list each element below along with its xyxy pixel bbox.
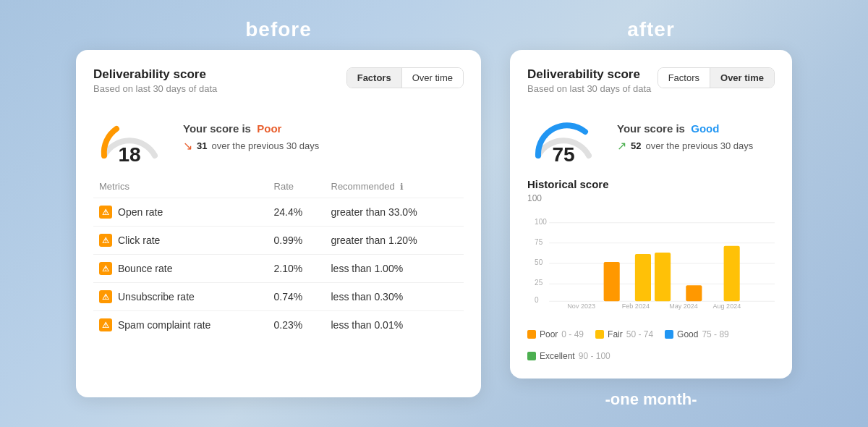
before-card-title: Deliverability score	[93, 67, 217, 82]
metric-row-1: ⚠ Click rate 0.99% greater than 1.20%	[93, 227, 464, 255]
before-factors-button[interactable]: Factors	[347, 68, 402, 88]
col-metrics-header: Metrics	[93, 178, 268, 198]
before-score-label-text: Your score is	[183, 122, 251, 135]
after-btn-group: Factors Over time	[658, 67, 775, 88]
before-card: Deliverability score Based on last 30 da…	[76, 50, 481, 397]
bar-jun2024	[635, 254, 651, 301]
after-card-subtitle: Based on last 30 days of data	[527, 83, 651, 94]
svg-text:May 2024: May 2024	[669, 303, 698, 310]
before-gauge: 18	[93, 109, 166, 166]
metric-recommended-cell: less than 0.30%	[326, 283, 464, 311]
metric-recommended-cell: greater than 33.0%	[326, 198, 464, 227]
metric-recommended-cell: greater than 1.20%	[326, 227, 464, 255]
recommended-label: Recommended	[331, 181, 395, 192]
metric-name-cell: ⚠ Spam complaint rate	[93, 311, 268, 339]
before-score-number: 18	[93, 143, 166, 166]
legend-fair-dot	[595, 330, 604, 339]
metric-rate-cell: 0.99%	[268, 227, 326, 255]
after-score-info: Your score is Good ↗ 52 over the previou…	[617, 122, 753, 153]
after-chart-section: Historical score 100 100 75 50 25 0	[527, 178, 775, 361]
metric-recommended-cell: less than 0.01%	[326, 311, 464, 339]
after-factors-button[interactable]: Factors	[658, 68, 710, 88]
legend-poor-label: Poor	[540, 329, 558, 339]
legend-fair-range: 50 - 74	[626, 329, 653, 339]
after-change-value: 52	[631, 140, 641, 151]
legend-poor-range: 0 - 49	[561, 329, 584, 339]
after-up-arrow-icon: ↗	[617, 139, 626, 153]
after-score-label-text: Your score is	[617, 122, 685, 135]
warn-icon: ⚠	[99, 290, 112, 303]
legend-poor-dot	[527, 330, 536, 339]
col-rate-header: Rate	[268, 178, 326, 198]
metric-name-text: Open rate	[118, 206, 163, 218]
metric-row-0: ⚠ Open rate 24.4% greater than 33.0%	[93, 198, 464, 227]
svg-text:25: 25	[535, 279, 543, 287]
before-over-time-button[interactable]: Over time	[402, 68, 463, 88]
metric-name-cell: ⚠ Open rate	[93, 198, 268, 227]
before-score-info: Your score is Poor ↘ 31 over the previou…	[183, 122, 319, 153]
metric-name-text: Spam complaint rate	[118, 319, 210, 331]
after-score-status: Good	[691, 122, 719, 135]
after-over-time-button[interactable]: Over time	[710, 68, 774, 88]
after-title-block: Deliverability score Based on last 30 da…	[527, 67, 651, 94]
before-metrics-table: Metrics Rate Recommended ℹ ⚠ Open rate	[93, 178, 464, 339]
before-score-section: 18 Your score is Poor ↘ 31 over the prev…	[93, 109, 464, 166]
legend-fair-label: Fair	[608, 329, 623, 339]
svg-text:0: 0	[535, 296, 539, 304]
legend-excellent-dot	[527, 352, 536, 360]
after-score-label: Your score is Good	[617, 122, 753, 135]
bar-aug2024	[686, 285, 702, 301]
metric-row-3: ⚠ Unsubscribe rate 0.74% less than 0.30%	[93, 283, 464, 311]
after-score-number: 75	[527, 143, 600, 166]
col-recommended-header: Recommended ℹ	[326, 178, 464, 198]
metric-name-text: Bounce rate	[118, 263, 173, 274]
svg-text:Aug 2024: Aug 2024	[713, 303, 741, 310]
before-score-status: Poor	[257, 122, 281, 135]
before-btn-group: Factors Over time	[346, 67, 464, 88]
svg-text:Nov 2023: Nov 2023	[567, 303, 595, 310]
metric-rate-cell: 2.10%	[268, 255, 326, 283]
before-change-value: 31	[197, 140, 207, 151]
before-title-block: Deliverability score Based on last 30 da…	[93, 67, 217, 94]
svg-text:100: 100	[535, 218, 547, 226]
chart-y-max: 100	[527, 193, 775, 203]
bar-sep2024	[724, 246, 740, 301]
metric-name-text: Unsubscribe rate	[118, 291, 195, 303]
legend-good: Good 75 - 89	[665, 329, 729, 339]
warn-icon: ⚠	[99, 318, 112, 331]
metric-recommended-cell: less than 1.00%	[326, 255, 464, 283]
legend-excellent-label: Excellent	[540, 351, 575, 361]
legend-good-dot	[665, 330, 673, 339]
before-down-arrow-icon: ↘	[183, 139, 192, 153]
after-score-change: ↗ 52 over the previous 30 days	[617, 139, 753, 153]
after-section: after Deliverability score Based on last…	[510, 18, 792, 409]
before-card-subtitle: Based on last 30 days of data	[93, 83, 217, 94]
metric-name-cell: ⚠ Click rate	[93, 227, 268, 255]
after-chart-title: Historical score	[527, 178, 775, 190]
metric-rate-cell: 0.74%	[268, 283, 326, 311]
legend-good-label: Good	[677, 329, 698, 339]
after-gauge: 75	[527, 109, 600, 166]
before-card-header: Deliverability score Based on last 30 da…	[93, 67, 464, 94]
legend-fair: Fair 50 - 74	[595, 329, 653, 339]
after-chart-area: 100 75 50 25 0	[527, 206, 775, 322]
legend-good-range: 75 - 89	[702, 329, 728, 339]
before-title: before	[245, 18, 312, 41]
before-score-change: ↘ 31 over the previous 30 days	[183, 139, 319, 153]
after-card-title: Deliverability score	[527, 67, 651, 82]
after-change-text: over the previous 30 days	[645, 140, 753, 151]
metric-row-4: ⚠ Spam complaint rate 0.23% less than 0.…	[93, 311, 464, 339]
metric-name-cell: ⚠ Unsubscribe rate	[93, 283, 268, 311]
main-container: before Deliverability score Based on las…	[61, 4, 807, 423]
bottom-label: -one month-	[605, 390, 697, 409]
metric-rate-cell: 24.4%	[268, 198, 326, 227]
warn-icon: ⚠	[99, 262, 112, 275]
legend-excellent: Excellent 90 - 100	[527, 351, 610, 361]
after-score-section: 75 Your score is Good ↗ 52 over the prev…	[527, 109, 775, 166]
legend-excellent-range: 90 - 100	[579, 351, 610, 361]
after-chart-svg: 100 75 50 25 0	[527, 206, 775, 322]
after-card-header: Deliverability score Based on last 30 da…	[527, 67, 775, 94]
svg-text:75: 75	[535, 238, 543, 246]
before-section: before Deliverability score Based on las…	[76, 18, 481, 397]
warn-icon: ⚠	[99, 206, 112, 219]
